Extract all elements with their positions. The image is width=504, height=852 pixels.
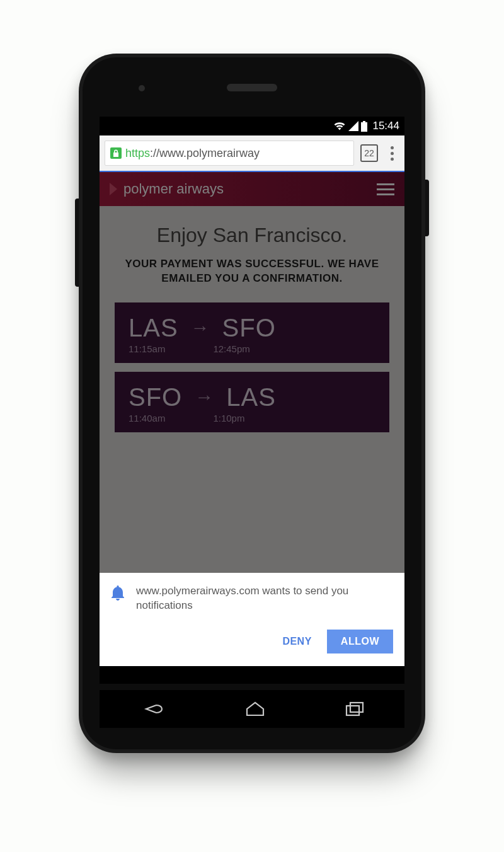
brand-name: polymer airways (123, 181, 224, 197)
arrow-right-icon: → (195, 386, 214, 408)
overflow-menu-icon[interactable] (384, 146, 399, 161)
permission-text: www.polymerairways.com wants to send you… (136, 584, 393, 613)
svg-rect-1 (363, 121, 365, 122)
screen: 15:44 https://www.polymerairway 22 polym… (100, 117, 404, 684)
arr-time: 1:10pm (213, 413, 244, 423)
arrow-right-icon: → (191, 317, 210, 338)
hero-title: Enjoy San Francisco. (112, 224, 392, 247)
app-header: polymer airways (100, 172, 404, 206)
url-scheme: https (125, 147, 150, 160)
svg-rect-0 (361, 122, 367, 132)
flight-card[interactable]: LAS → SFO 11:15am 12:45pm (115, 302, 389, 363)
hero-subtitle: YOUR PAYMENT WAS SUCCESSFUL. WE HAVE EMA… (112, 257, 392, 286)
allow-button[interactable]: ALLOW (327, 630, 393, 653)
svg-rect-3 (350, 703, 363, 712)
dep-time: 11:40am (129, 413, 165, 423)
status-bar: 15:44 (100, 117, 404, 135)
back-button-icon[interactable] (139, 701, 166, 717)
clock: 15:44 (372, 120, 399, 132)
bell-icon (111, 585, 125, 613)
origin-code: LAS (129, 314, 178, 342)
phone-frame: 15:44 https://www.polymerairway 22 polym… (79, 54, 425, 753)
android-navbar (100, 690, 404, 728)
svg-rect-2 (346, 706, 359, 715)
cell-signal-icon (348, 121, 358, 131)
lock-icon (110, 147, 122, 159)
flight-card[interactable]: SFO → LAS 11:40am 1:10pm (115, 372, 389, 432)
origin-code: SFO (129, 383, 182, 412)
dest-code: SFO (222, 314, 276, 342)
brand-logo-icon (110, 183, 117, 195)
arr-time: 12:45pm (213, 343, 249, 354)
notification-permission-dialog: www.polymerairways.com wants to send you… (100, 573, 404, 666)
battery-icon (361, 121, 367, 132)
recents-button-icon[interactable] (344, 701, 365, 717)
browser-omnibox-bar: https://www.polymerairway 22 (100, 135, 404, 172)
wifi-icon (333, 121, 346, 131)
tab-switcher[interactable]: 22 (360, 144, 378, 162)
page-content: polymer airways Enjoy San Francisco. YOU… (100, 172, 404, 573)
dep-time: 11:15am (129, 343, 165, 354)
hamburger-menu-icon[interactable] (377, 183, 394, 195)
url-bar[interactable]: https://www.polymerairway (105, 141, 354, 166)
dest-code: LAS (226, 383, 276, 412)
deny-button[interactable]: DENY (278, 631, 315, 652)
url-rest: ://www.polymerairway (150, 147, 260, 160)
home-button-icon[interactable] (244, 701, 266, 717)
